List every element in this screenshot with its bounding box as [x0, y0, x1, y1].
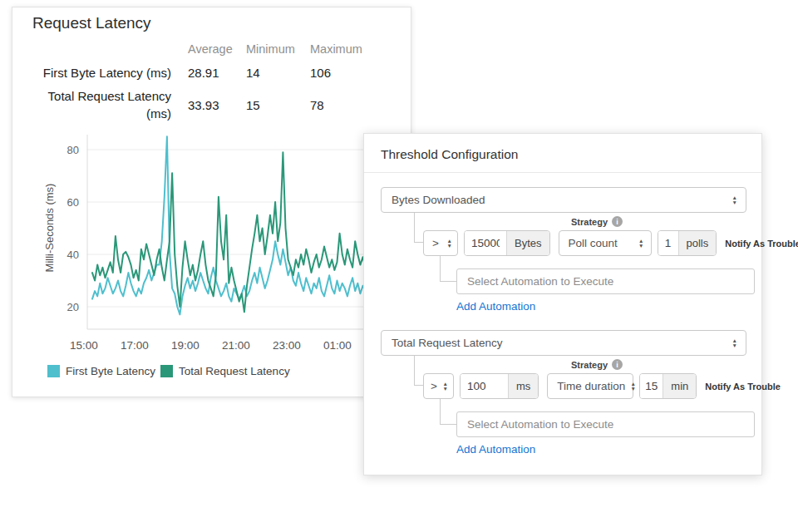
notify-as-trouble-label: Notify As Trouble	[725, 239, 798, 249]
chart-legend: First Byte Latency Total Request Latency	[47, 365, 290, 377]
unit-addon: Bytes	[506, 231, 549, 255]
svg-text:40: 40	[67, 249, 79, 261]
chevron-updown-icon: ▲▼	[443, 382, 448, 391]
tree-connector	[440, 256, 456, 282]
selected-strategy: Time duration	[557, 380, 625, 392]
legend-label: Total Request Latency	[179, 365, 290, 377]
value-minimum: 15	[246, 98, 260, 112]
chevron-updown-icon: ▲▼	[630, 382, 635, 391]
svg-text:19:00: 19:00	[171, 339, 200, 352]
chevron-updown-icon: ▲▼	[732, 195, 737, 204]
threshold-rule-row: > ▲▼ ms Time duration ▲▼ min Notify As T…	[423, 373, 781, 399]
notify-as-trouble-label: Notify As Trouble	[705, 382, 781, 392]
threshold-value-group: Bytes	[464, 230, 550, 256]
threshold-configuration-panel: Threshold Configuration Bytes Downloaded…	[363, 133, 762, 475]
info-icon[interactable]: i	[612, 359, 623, 370]
strategy-value-input[interactable]	[658, 231, 678, 255]
automation-select[interactable]: Select Automation to Execute	[456, 411, 755, 437]
strategy-text: Strategy	[571, 360, 608, 370]
svg-text:17:00: 17:00	[121, 339, 149, 352]
selected-comparator: >	[432, 237, 439, 249]
chevron-updown-icon: ▲▼	[638, 239, 643, 248]
latency-chart: 2040608015:0017:0019:0021:0023:0001:00	[12, 132, 412, 357]
threshold-rule-row: > ▲▼ Bytes Poll count ▲▼ polls Notify As…	[423, 230, 798, 256]
strategy-type-select[interactable]: Time duration ▲▼	[547, 373, 633, 399]
svg-text:21:00: 21:00	[222, 339, 250, 352]
svg-text:23:00: 23:00	[273, 339, 301, 352]
svg-text:60: 60	[67, 196, 79, 209]
tree-connector	[440, 399, 456, 425]
panel-title: Request Latency	[32, 14, 151, 32]
legend-item-total-request-latency[interactable]: Total Request Latency	[160, 365, 290, 377]
automation-placeholder: Select Automation to Execute	[467, 275, 613, 288]
comparator-select[interactable]: > ▲▼	[423, 373, 454, 399]
column-maximum: Maximum	[310, 42, 362, 56]
unit-addon: polls	[678, 231, 717, 255]
selected-comparator: >	[431, 380, 437, 392]
metric-select-total-request-latency[interactable]: Total Request Latency ▲▼	[381, 330, 746, 356]
tree-connector	[414, 213, 423, 243]
threshold-value-input[interactable]	[465, 231, 506, 255]
svg-text:80: 80	[67, 144, 79, 156]
strategy-label: Strategy i	[526, 216, 667, 227]
request-latency-panel: Request Latency Average Minimum Maximum …	[12, 7, 411, 397]
unit-addon: ms	[508, 374, 538, 398]
value-maximum: 78	[310, 98, 324, 112]
column-average: Average	[188, 42, 233, 56]
strategy-label: Strategy i	[526, 359, 667, 370]
panel-title: Threshold Configuration	[381, 147, 518, 162]
chevron-updown-icon: ▲▼	[447, 239, 452, 248]
automation-select[interactable]: Select Automation to Execute	[456, 268, 755, 294]
metric-select-bytes-downloaded[interactable]: Bytes Downloaded ▲▼	[381, 187, 746, 213]
add-automation-link[interactable]: Add Automation	[456, 300, 535, 313]
selected-strategy: Poll count	[569, 237, 618, 249]
value-maximum: 106	[310, 66, 331, 80]
chevron-updown-icon: ▲▼	[732, 338, 737, 347]
add-automation-link[interactable]: Add Automation	[456, 443, 535, 456]
strategy-text: Strategy	[571, 217, 608, 227]
svg-text:15:00: 15:00	[70, 339, 98, 352]
value-average: 28.91	[188, 66, 219, 80]
value-minimum: 14	[246, 66, 260, 80]
strategy-type-select[interactable]: Poll count ▲▼	[559, 230, 652, 256]
info-icon[interactable]: i	[612, 216, 623, 227]
legend-swatch	[47, 365, 60, 377]
comparator-select[interactable]: > ▲▼	[423, 230, 458, 256]
automation-placeholder: Select Automation to Execute	[467, 418, 613, 431]
threshold-value-input[interactable]	[461, 374, 508, 398]
strategy-value-input[interactable]	[640, 374, 663, 398]
legend-swatch	[160, 365, 173, 377]
legend-label: First Byte Latency	[66, 365, 155, 377]
legend-item-first-byte-latency[interactable]: First Byte Latency	[47, 365, 155, 377]
row-label: Total Request Latency (ms)	[47, 87, 171, 122]
tree-connector	[414, 356, 423, 386]
value-average: 33.93	[188, 98, 219, 112]
threshold-value-group: ms	[460, 373, 539, 399]
svg-text:01:00: 01:00	[323, 339, 352, 352]
screen: Request Latency Average Minimum Maximum …	[0, 0, 798, 532]
row-label: First Byte Latency (ms)	[12, 66, 171, 80]
svg-text:20: 20	[67, 301, 79, 313]
selected-metric: Bytes Downloaded	[392, 194, 485, 206]
unit-addon: min	[663, 374, 696, 398]
strategy-value-group: min	[639, 373, 697, 399]
column-minimum: Minimum	[246, 42, 295, 56]
divider	[364, 172, 761, 173]
selected-metric: Total Request Latency	[392, 337, 503, 349]
strategy-value-group: polls	[658, 230, 717, 256]
